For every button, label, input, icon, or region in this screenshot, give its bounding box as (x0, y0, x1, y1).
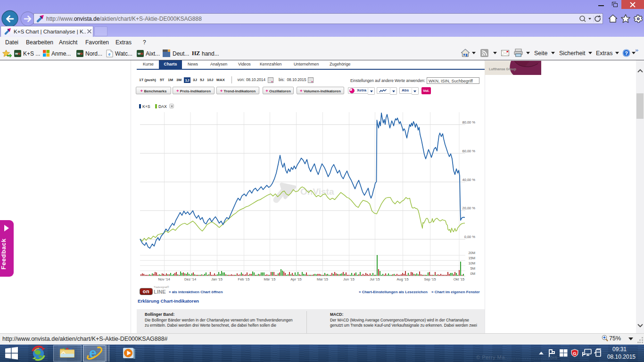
svg-text:OnVista: OnVista (300, 187, 334, 197)
svg-text:Jul '15: Jul '15 (370, 277, 380, 281)
svg-text:0,00 %: 0,00 % (464, 235, 476, 239)
svg-text:?: ? (625, 50, 628, 56)
svg-text:Sep '15: Sep '15 (424, 277, 436, 281)
svg-text:G: G (573, 351, 576, 356)
svg-text:15M: 15M (468, 256, 475, 260)
svg-text:Jan '15: Jan '15 (211, 277, 223, 281)
svg-text:Lufthansa Group: Lufthansa Group (489, 67, 517, 71)
svg-text:10M: 10M (468, 261, 475, 265)
svg-text:Mär '15: Mär '15 (264, 277, 276, 281)
svg-text:40,00 %: 40,00 % (462, 178, 475, 182)
svg-text:Aug '15: Aug '15 (396, 277, 408, 281)
svg-text:60,00 %: 60,00 % (462, 149, 475, 153)
svg-text:5M: 5M (471, 266, 475, 271)
svg-text:Feb '15: Feb '15 (238, 277, 250, 281)
svg-text:Mai '15: Mai '15 (317, 277, 328, 281)
svg-text:20M: 20M (468, 251, 475, 255)
svg-text:Okt '15: Okt '15 (454, 277, 465, 281)
svg-text:Jun '15: Jun '15 (343, 277, 355, 281)
svg-text:80,00 %: 80,00 % (462, 120, 475, 124)
svg-text:e: e (108, 51, 111, 57)
svg-text:0M: 0M (471, 272, 475, 276)
svg-text:Nov '14: Nov '14 (158, 277, 170, 281)
svg-text:Dez '14: Dez '14 (184, 277, 196, 281)
svg-text:Apr '15: Apr '15 (290, 277, 302, 281)
svg-text:20,00 %: 20,00 % (462, 206, 475, 210)
